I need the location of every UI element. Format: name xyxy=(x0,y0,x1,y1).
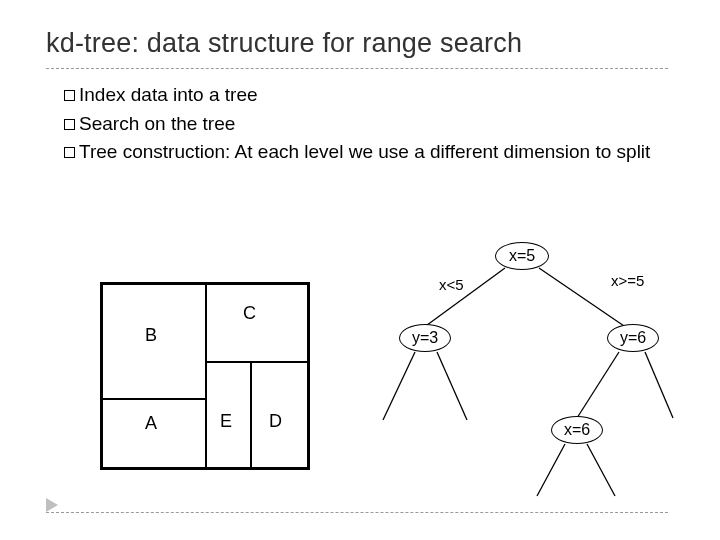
svg-line-5 xyxy=(645,352,673,418)
slide-title: kd-tree: data structure for range search xyxy=(46,28,522,59)
bullet-item: Search on the tree xyxy=(64,111,660,137)
bullet-text: Index data into a tree xyxy=(79,84,258,105)
tree-node-y3: y=3 xyxy=(399,324,451,352)
tree-node-root: x=5 xyxy=(495,242,549,270)
svg-line-2 xyxy=(383,352,415,420)
tree-node-y6: y=6 xyxy=(607,324,659,352)
svg-line-0 xyxy=(423,268,505,328)
split-x6-right xyxy=(250,361,252,467)
bullet-item: Tree construction: At each level we use … xyxy=(64,139,660,165)
split-y3-left xyxy=(103,398,205,400)
region-label-A: A xyxy=(145,413,157,434)
slide-marker-icon xyxy=(46,498,58,512)
square-bullet-icon xyxy=(64,119,75,130)
svg-line-4 xyxy=(577,352,619,418)
svg-line-7 xyxy=(587,444,615,496)
tree-node-x6: x=6 xyxy=(551,416,603,444)
bullet-list: Index data into a tree Search on the tre… xyxy=(64,82,660,168)
region-label-C: C xyxy=(243,303,256,324)
svg-line-6 xyxy=(537,444,565,496)
region-label-D: D xyxy=(269,411,282,432)
split-x5 xyxy=(205,285,207,467)
bullet-item: Index data into a tree xyxy=(64,82,660,108)
footer-divider xyxy=(46,512,668,513)
bullet-text: Tree construction: At each level we use … xyxy=(79,141,650,162)
region-label-B: B xyxy=(145,325,157,346)
region-label-E: E xyxy=(220,411,232,432)
square-bullet-icon xyxy=(64,147,75,158)
partition-box: A B C E D xyxy=(100,282,310,470)
svg-line-3 xyxy=(437,352,467,420)
tree-edge-label-right: x>=5 xyxy=(611,272,644,289)
bullet-text: Search on the tree xyxy=(79,113,235,134)
tree-edge-label-left: x<5 xyxy=(439,276,464,293)
title-divider xyxy=(46,68,668,69)
kd-tree-diagram: x=5 x<5 x>=5 y=3 y=6 x=6 xyxy=(355,240,690,500)
split-y6-right xyxy=(205,361,307,363)
square-bullet-icon xyxy=(64,90,75,101)
